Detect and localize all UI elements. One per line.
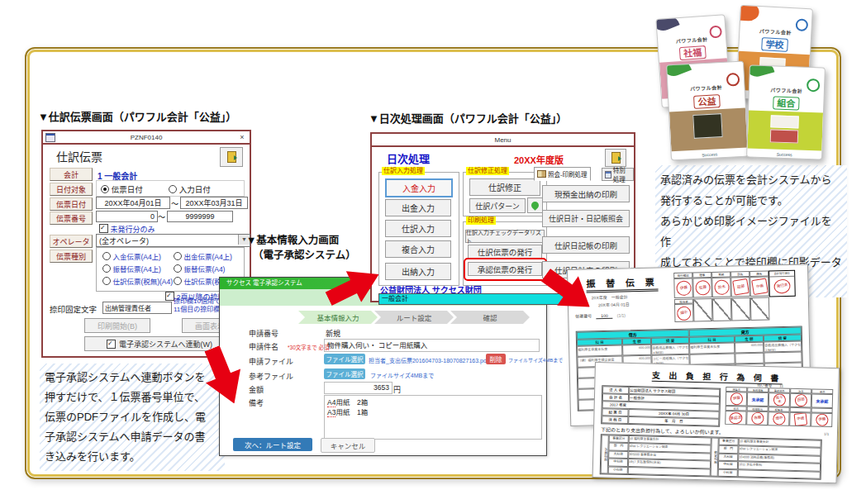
journal-titlebar[interactable]: PZNF0140 × [43,131,250,145]
link-button-label: 電子承認システムへ連動(W) [119,339,212,349]
journal-pattern-button[interactable]: 仕訳パターン [469,198,526,213]
no-to-field[interactable]: 9999999 [167,211,233,222]
step-confirm[interactable]: 確認 [450,311,530,324]
option-label: 振替伝票(A4) [183,265,225,273]
stamp-seal: 佐藤 [750,411,764,426]
cashbook-input-button[interactable]: 出納入力 [385,263,451,280]
close-icon[interactable]: × [237,132,247,141]
system-menu-icon[interactable] [45,133,55,142]
cancel-button[interactable]: キャンセル [321,438,375,453]
exit-door-button[interactable] [220,147,243,167]
date-target-button[interactable]: 日付対象 [50,183,93,196]
compound-input-button[interactable]: 複合入力 [385,240,451,258]
tab-special[interactable]: 特別処理 [602,168,634,181]
radio-slip-date[interactable]: 伝票日付 [101,183,143,195]
journal-fix-button[interactable]: 仕訳修正 [469,178,540,196]
stamp-note-line2: 11個目の捺印欄 [174,306,221,314]
journal-input-button[interactable]: 仕訳入力 [385,220,451,237]
basic-info-label-line1: ▼基本情報入力画面 [246,231,339,247]
stamp-seal: 中嶋 [793,412,807,426]
group-input-legend: 仕訳入力処理 [382,167,425,175]
amount-label: 金額 [249,384,264,395]
slip-type-option-5[interactable]: 仕訳伝票(税無)(A4) [102,276,173,286]
step-basic-info[interactable]: 基本情報入力 [298,311,378,324]
remarks-line1: A4用紙 2箱 [327,397,539,407]
daily-journal-inquiry-button[interactable]: 仕訳日計・日記帳照会 [542,210,630,227]
checkbox-icon [99,224,108,233]
group-print-legend: 印刷処理 [466,216,496,225]
slip-date-button[interactable]: 伝票日付 [50,197,93,211]
withdraw-input-button[interactable]: 出金入力 [385,199,451,216]
radio-input-date[interactable]: 入力日付 [169,183,211,195]
slip-type-option-4[interactable]: 振替伝票(A4) [174,264,225,273]
no-from-field[interactable]: 0 [96,211,158,222]
file-size-note: ファイルサイズ4MBまで [508,356,563,364]
exit-door-button[interactable] [605,149,626,167]
date-from-field[interactable]: 20XX年04月01日 [96,197,170,209]
budget-rows: 事業区分10 福利厚生事業会計 部 門40W レクリエーション娯楽 大科目305… [608,435,711,476]
pattern-icon-button[interactable] [527,197,543,213]
slip-no-label: 伝票番号 [575,313,592,318]
ref-select-button[interactable]: ファイル選択 [324,368,365,379]
slip-type-option-3[interactable]: 振替伝票(A4上) [102,264,161,273]
file-select-button[interactable]: ファイル選択 [324,354,365,364]
cash-ledger-print-button[interactable]: 現預金出納の印刷 [542,185,630,202]
label: 小科目 [718,468,738,477]
slip-type-option-2[interactable]: 出金伝票(A4上) [174,251,232,261]
slip-type-option-1[interactable]: 入金伝票(A4上) [102,251,161,261]
step-route[interactable]: ルート設定 [374,311,454,324]
checkbox-icon [107,340,116,349]
daily-screen-label: ▼日次処理画面（パワフル会計「公益」） [369,110,567,126]
operator-button[interactable]: オペレータ [50,235,93,248]
radio-icon [101,185,109,193]
maker-logo: Success [672,150,748,159]
deposit-input-button[interactable]: 入金入力 [385,178,453,197]
stamp-grid-row1: 発行確認伊藤 理事佐藤 常務鈴木 部長田部 課長中嶋 会計発行済印発行済 [673,270,796,299]
file-delete-button[interactable]: 削除 [486,354,506,364]
product-name: 組合 [773,97,800,111]
journal-slip-issue-button[interactable]: 仕訳伝票の発行 [468,245,542,259]
value [738,469,821,479]
label: 大科目 [608,450,628,459]
product-name: 学校 [761,37,788,52]
cell: 事務用品費購入（サクセス財団） [764,341,802,353]
stamp-note: 捺印欄10個用で 11個目の捺印欄 [174,297,221,314]
basic-info-label-line2: （電子承認システム） [253,246,356,262]
row: 小科目 [608,466,711,476]
leaf-icon [655,14,679,34]
cell [735,353,764,364]
operator-select[interactable]: (全オペレータ) ▼ [96,234,250,247]
kaikei-button[interactable]: 会計 [50,168,93,181]
package-photo [770,129,799,143]
print-start-button[interactable]: 印刷開始(B) [84,318,150,333]
app-no-label: 申請番号 [249,328,278,339]
remarks-textarea[interactable]: A4用紙 2箱 A3用紙 1箱 [324,395,542,440]
journal-diary-print-button[interactable]: 仕訳日記帳の印刷 [542,236,630,254]
option-label: 出金伝票(A4上) [183,253,232,261]
file-name-link[interactable]: 担当者_支出伝票201604703-18070827163.pdf [369,356,488,364]
amount-input[interactable]: 3653 [324,382,393,394]
stamp-fixed-field[interactable]: 出納管理責任者 [102,302,172,314]
daily-heading: 日次処理 [387,150,430,166]
highlight-approved-slip-issue [464,258,547,281]
slip-no-button[interactable]: 伝票番号 [50,212,93,225]
subject-input[interactable]: 物件購入伺い・ コピー用紙購入 [324,339,540,352]
radio-icon [102,277,111,285]
product-boxes: パワフル会計 社福 Success パワフル会計 学校 Success パワフル… [655,3,862,162]
stamp-fixed-label: 捺印固定文字 [50,303,97,315]
tab-inquiry-print[interactable]: 照会-印刷処理 [534,167,591,181]
date-to-field[interactable]: 20XX年03月31日 [180,197,248,209]
package-photo [770,115,799,129]
next-route-button[interactable]: 次へ：ルート設定 [233,438,312,451]
radio-icon [102,264,111,273]
journal-checklist-button[interactable]: 仕訳入力チェックデータリスト [465,230,545,243]
daily-titlebar[interactable]: Menu [372,134,634,147]
cell: 400,000 [735,342,764,354]
expense-account-table: 予算科目 事業区分10 福利厚生事業会計 部 門40W レクリエーション娯楽 大… [600,434,822,480]
year-version-label: 20XX年度版 [514,153,564,166]
row: 小科目 [718,468,821,478]
daily-title: Menu [494,136,511,144]
unapproved-text: 未承認 [747,392,768,407]
page: ▼仕訳伝票画面（パワフル会計「公益」） ▼日次処理画面（パワフル会計「公益」） … [0,0,866,504]
slip-type-button[interactable]: 伝票種別 [50,250,93,263]
